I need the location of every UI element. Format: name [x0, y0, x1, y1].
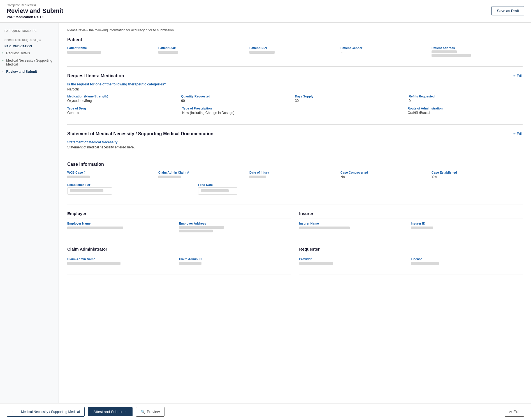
- exit-button[interactable]: ⎋ Exit: [505, 407, 524, 417]
- employer-title: Employer: [67, 211, 291, 218]
- wcb-case-cell: WCB Case #: [67, 171, 158, 179]
- quantity-value: 60: [181, 99, 290, 103]
- header: Complete Request(s) Review and Submit PA…: [0, 0, 531, 23]
- established-for-value: [67, 187, 112, 195]
- date-injury-cell: Date of Injury: [249, 171, 340, 179]
- patient-name-label: Patient Name: [67, 46, 154, 50]
- filed-date-cell: Filed Date: [198, 183, 329, 195]
- claim-admin-claim-cell: Claim Admin Claim #: [158, 171, 249, 179]
- prescription-type-label: Type of Prescription: [182, 107, 403, 110]
- request-items-title: Request Items: Medication: [67, 73, 124, 78]
- back-button[interactable]: ← ← Medical Necessity / Supporting Medic…: [7, 407, 85, 417]
- intro-text: Please review the following information …: [67, 28, 523, 32]
- patient-name-value: [67, 50, 154, 55]
- exit-icon: ⎋: [509, 410, 512, 414]
- patient-dob-label: Patient DOB: [158, 46, 245, 50]
- medication-name-cell: Medication (Name/Strength) Oxycodone/5mg: [67, 95, 181, 103]
- case-controverted-label: Case Controverted: [340, 171, 427, 174]
- wcb-case-label: WCB Case #: [67, 171, 154, 174]
- requester-title: Requester: [299, 247, 523, 254]
- claim-admin-id-label: Claim Admin ID: [179, 257, 286, 261]
- footer: ← ← Medical Necessity / Supporting Medic…: [0, 403, 531, 417]
- patient-section-header: Patient: [67, 37, 523, 42]
- sidebar-item-par-medication: PAR: MEDICATION: [0, 43, 59, 50]
- complete-requests-label: Complete Request(s): [7, 3, 63, 7]
- employer-name-value: [67, 226, 175, 230]
- submit-button[interactable]: Attest and Submit →: [88, 407, 133, 416]
- claim-admin-id-cell: Claim Admin ID: [179, 257, 291, 266]
- days-supply-cell: Days Supply 30: [295, 95, 409, 103]
- preview-button[interactable]: 🔍 Preview: [136, 407, 164, 417]
- stmt-label: Statement of Medical Necessity: [67, 140, 523, 144]
- patient-name-cell: Patient Name: [67, 46, 158, 57]
- case-section-header: Case Information: [67, 162, 523, 167]
- patient-address-cell: Patient Address: [432, 46, 523, 57]
- patient-ssn-cell: Patient SSN: [249, 46, 340, 57]
- sidebar-item-medical-necessity[interactable]: Medical Necessity / Supporting Medical: [0, 57, 59, 68]
- patient-section-title: Patient: [67, 37, 82, 42]
- drug-type-value: Generic: [67, 111, 178, 115]
- insurer-name-cell: Insurer Name: [299, 222, 411, 230]
- date-injury-label: Date of Injury: [249, 171, 336, 174]
- employer-insurer-row: Employer Employer Name Employer Address: [67, 211, 523, 241]
- employer-name-label: Employer Name: [67, 222, 175, 225]
- route-admin-cell: Route of Administration Oral/SL/Buccal: [408, 107, 523, 115]
- case-established-value: Yes: [432, 175, 518, 179]
- page-title: Review and Submit: [7, 7, 63, 15]
- insurer-id-label: Insurer ID: [411, 222, 518, 225]
- case-controverted-cell: Case Controverted No: [340, 171, 432, 179]
- refills-label: Refills Requested: [409, 95, 518, 98]
- patient-dob-cell: Patient DOB: [158, 46, 249, 57]
- footer-left: ← ← Medical Necessity / Supporting Medic…: [7, 407, 164, 417]
- claim-requester-row: Claim Administrator Claim Admin Name Cla…: [67, 247, 523, 274]
- wcb-case-value: [67, 175, 154, 179]
- claim-admin-grid: Claim Admin Name Claim Admin ID: [67, 257, 291, 270]
- claim-admin-name-value: [67, 262, 175, 266]
- drug-type-cell: Type of Drug Generic: [67, 107, 182, 115]
- provider-value: [299, 262, 407, 266]
- case-established-label: Case Established: [432, 171, 518, 174]
- insurer-id-value: [411, 226, 518, 230]
- patient-gender-label: Patient Gender: [340, 46, 427, 50]
- statement-section-header: Statement of Medical Necessity / Support…: [67, 131, 523, 136]
- refills-cell: Refills Requested 0: [409, 95, 523, 103]
- patient-ssn-value: [249, 50, 336, 55]
- question-label: Is the request for one of the following …: [67, 82, 523, 86]
- request-items-edit-link[interactable]: ✏ Edit: [513, 74, 523, 78]
- date-injury-value: [249, 175, 336, 179]
- pencil-icon: ✏: [513, 74, 516, 78]
- claim-admin-col: Claim Administrator Claim Admin Name Cla…: [67, 247, 291, 274]
- provider-cell: Provider: [299, 257, 411, 266]
- request-items-section: Request Items: Medication ✏ Edit Is the …: [67, 73, 523, 125]
- sidebar-item-request-details[interactable]: Request Details: [0, 50, 59, 57]
- search-icon: 🔍: [141, 410, 145, 414]
- requester-grid: Provider License: [299, 257, 523, 270]
- case-section: Case Information WCB Case # Claim Admin …: [67, 162, 523, 204]
- refills-value: 0: [409, 99, 518, 103]
- case-grid-row1: WCB Case # Claim Admin Claim # Date of I…: [67, 171, 523, 183]
- established-for-label: Established For: [67, 183, 194, 186]
- prescription-type-cell: Type of Prescription New (Including Chan…: [182, 107, 408, 115]
- sidebar-item-review-submit[interactable]: Review and Submit: [0, 68, 59, 75]
- insurer-name-value: [299, 226, 407, 230]
- request-fields-row2: Type of Drug Generic Type of Prescriptio…: [67, 107, 523, 119]
- statement-section: Statement of Medical Necessity / Support…: [67, 131, 523, 155]
- statement-edit-link[interactable]: ✏ Edit: [513, 132, 523, 136]
- save-draft-button[interactable]: Save as Draft: [491, 6, 524, 15]
- placeholder-cell: [329, 183, 523, 195]
- sidebar-section-complete-requests: COMPLETE REQUEST(S): [0, 36, 59, 43]
- insurer-title: Insurer: [299, 211, 523, 218]
- claim-admin-claim-value: [158, 175, 245, 179]
- employer-address-label: Employer Address: [179, 222, 286, 225]
- insurer-grid: Insurer Name Insurer ID: [299, 222, 523, 234]
- license-label: License: [411, 257, 518, 261]
- medication-name-label: Medication (Name/Strength): [67, 95, 177, 98]
- preview-label: Preview: [147, 410, 160, 414]
- case-grid-row2: Established For Filed Date: [67, 183, 523, 199]
- statement-edit-label: Edit: [517, 132, 523, 136]
- quantity-cell: Quantity Requested 60: [181, 95, 295, 103]
- patient-gender-cell: Patient Gender F: [340, 46, 432, 57]
- claim-admin-name-cell: Claim Admin Name: [67, 257, 179, 266]
- case-section-title: Case Information: [67, 162, 104, 167]
- request-items-header: Request Items: Medication ✏ Edit: [67, 73, 523, 78]
